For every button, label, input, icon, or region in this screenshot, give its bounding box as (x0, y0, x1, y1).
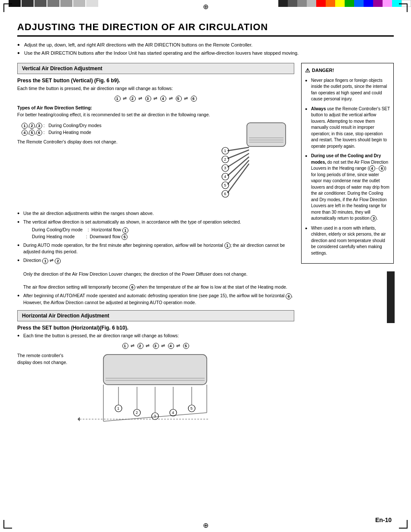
svg-text:5: 5 (224, 183, 226, 187)
danger-title: ⚠ DANGER! (305, 67, 390, 75)
horizontal-section: Horizontal Air Direction Adjustment Pres… (17, 310, 294, 429)
hbullet-1: Each time the button is pressed, the air… (17, 333, 294, 339)
svg-text:3: 3 (224, 166, 226, 170)
vertical-section-title: Vertical Air Direction Adjustment (22, 65, 103, 72)
vbullet-2: The vertical airflow direction is set au… (17, 219, 294, 240)
vbullet-3: During AUTO mode operation, for the firs… (17, 242, 294, 255)
danger-bullet-1: Never place fingers or foreign objects i… (305, 78, 390, 103)
corner-mark-tl (3, 3, 12, 12)
types-description: For better heating/cooling effect, it is… (17, 112, 294, 118)
svg-text:3: 3 (154, 414, 156, 418)
horizontal-section-box: Horizontal Air Direction Adjustment (17, 310, 294, 321)
svg-text:2: 2 (224, 157, 226, 162)
intro-bullet-1: Adjust the up, down, left, and right AIR… (17, 42, 394, 48)
sidebar-black (387, 271, 395, 323)
danger-box: ⚠ DANGER! Never place fingers or foreign… (301, 63, 394, 264)
mode2: 4,5,6 : During Heating mode (22, 129, 217, 136)
horizontal-diagram-wrap: The remote controller's display does not… (17, 352, 294, 429)
vertical-ac-diagram: 1 2 3 4 (221, 121, 294, 208)
horizontal-remote-text: The remote controller's display does not… (17, 352, 73, 366)
svg-text:5: 5 (190, 406, 193, 411)
content-with-image: 1,2,3 : During Cooling/Dry modes 4,5,6 :… (17, 121, 294, 208)
vertical-bullet-list: Use the air direction adjustments within… (17, 210, 294, 306)
svg-line-7 (227, 150, 249, 159)
vertical-description: Each time the button is pressed, the air… (17, 85, 294, 92)
vertical-sub-heading: Press the SET button (Vertical) (Fig. 6 … (17, 78, 294, 84)
svg-text:6: 6 (224, 192, 226, 196)
modes-list: 1,2,3 : During Cooling/Dry modes 4,5,6 :… (22, 122, 217, 136)
horizontal-bullet-list: Each time the button is pressed, the air… (17, 333, 294, 339)
cooling-mode-row: During Cooling/Dry mode : Horizontal flo… (32, 227, 294, 233)
intro-bullets: Adjust the up, down, left, and right AIR… (17, 42, 394, 57)
vertical-arrow-sequence: 1 ⇌ 2 ⇌ 3 ⇌ 4 ⇌ 5 ⇌ 6 (17, 95, 294, 102)
horizontal-ac-svg: 1 2 3 4 5 (78, 352, 211, 428)
svg-text:4: 4 (224, 174, 226, 179)
left-column: Vertical Air Direction Adjustment Press … (17, 63, 294, 429)
danger-bullet-list: Never place fingers or foreign objects i… (305, 78, 390, 257)
color-strip-decoration (278, 0, 411, 7)
crosshair-top: ⊕ (203, 3, 209, 11)
page-title: ADJUSTING THE DIRECTION OF AIR CIRCULATI… (17, 22, 394, 37)
corner-mark-br (399, 520, 408, 529)
danger-title-text: DANGER! (312, 67, 334, 74)
danger-bullet-3: During use of the Cooling and Dry modes,… (305, 153, 390, 222)
svg-line-19 (227, 164, 249, 193)
horizontal-sub-heading: Press the SET button (Horizontal)(Fig. 6… (17, 325, 294, 331)
mode1: 1,2,3 : During Cooling/Dry modes (22, 122, 217, 129)
vertical-section-box: Vertical Air Direction Adjustment (17, 63, 294, 74)
svg-text:4: 4 (172, 411, 174, 415)
modes-text: 1,2,3 : During Cooling/Dry modes 4,5,6 :… (17, 121, 217, 208)
svg-line-4 (227, 147, 249, 151)
types-heading: Types of Air flow Direction Setting: (17, 105, 294, 110)
svg-text:2: 2 (136, 411, 138, 415)
page-number: En-10 (375, 516, 392, 523)
svg-rect-0 (247, 123, 286, 146)
page-wrapper: ⊕ ⊕ ADJUSTING THE DIRECTION OF AIR CIRCU… (0, 0, 411, 532)
danger-bullet-2: Always use the Remote Controller's SET b… (305, 106, 390, 150)
black-squares-decoration (9, 0, 98, 7)
danger-bullet-4: When used in a room with infants, childr… (305, 225, 390, 257)
remote-display-text: The Remote Controller's display does not… (17, 139, 217, 145)
horizontal-remote-label: The remote controller's display does not… (17, 352, 73, 366)
vbullet-4: Direction 1 ⇌ 2 Only the direction of th… (17, 257, 294, 290)
svg-text:1: 1 (224, 149, 226, 153)
crosshair-bottom: ⊕ (203, 521, 209, 529)
svg-marker-39 (78, 417, 80, 421)
intro-bullet-2: Use the AIR DIRECTION buttons after the … (17, 50, 394, 56)
heating-mode-row: During Heating mode : Downward flow 5 (32, 233, 294, 240)
corner-mark-tr (399, 3, 408, 12)
horizontal-arrow-sequence: 1 ⇌ 2 ⇌ 3 ⇌ 4 ⇌ 5 (17, 342, 294, 349)
right-column: ⚠ DANGER! Never place fingers or foreign… (301, 63, 394, 429)
two-col-layout: Vertical Air Direction Adjustment Press … (17, 63, 394, 429)
svg-text:1: 1 (117, 406, 119, 411)
horizontal-ac-diagram: 1 2 3 4 5 (78, 352, 211, 429)
corner-mark-bl (3, 520, 12, 529)
horizontal-section-title: Horizontal Air Direction Adjustment (22, 313, 109, 319)
vbullet-1: Use the air direction adjustments within… (17, 210, 294, 217)
vbullet-5: After beginning of AUTO/HEAT mode operat… (17, 292, 294, 305)
vertical-ac-svg: 1 2 3 4 (221, 121, 290, 207)
warning-icon: ⚠ (305, 67, 310, 75)
vbullet-2-sublist: During Cooling/Dry mode : Horizontal flo… (32, 227, 294, 240)
